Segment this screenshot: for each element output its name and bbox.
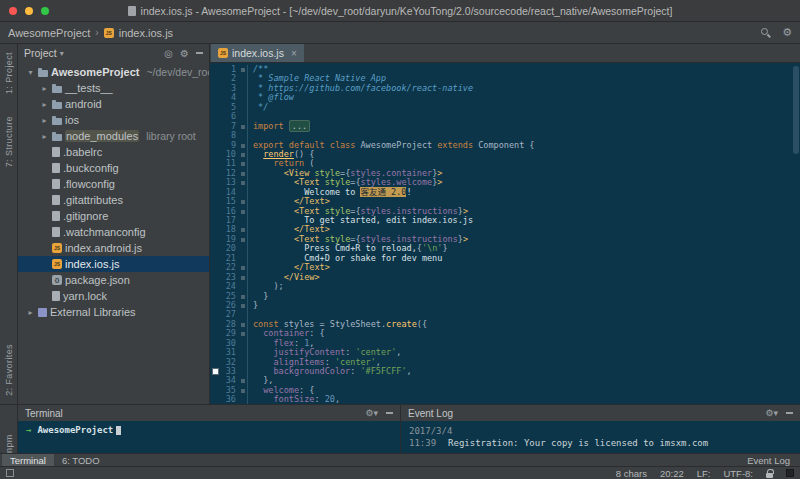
- editor-gutter[interactable]: 1: [210, 65, 248, 74]
- search-icon[interactable]: [761, 28, 771, 38]
- gear-icon[interactable]: ⚙▾: [365, 408, 378, 418]
- expand-caret-icon[interactable]: ▸: [40, 116, 49, 125]
- fold-marker-icon[interactable]: [239, 263, 248, 272]
- expand-caret-icon[interactable]: ▸: [40, 100, 49, 109]
- document-icon: [128, 6, 136, 16]
- fold-marker-icon[interactable]: [239, 225, 248, 234]
- editor-gutter[interactable]: 4: [210, 93, 248, 102]
- hide-panel-icon[interactable]: [786, 412, 793, 414]
- fold-marker-icon[interactable]: [239, 150, 248, 159]
- color-preview-swatch[interactable]: [212, 368, 219, 375]
- tab-index-ios-js[interactable]: JS index.ios.js ×: [211, 44, 304, 62]
- fold-marker-icon[interactable]: [239, 235, 248, 244]
- caret-position[interactable]: 20:22: [660, 468, 684, 479]
- fold-marker-icon[interactable]: [239, 197, 248, 206]
- tree-item-external-libraries[interactable]: ▸ External Libraries: [18, 304, 209, 320]
- fold-marker-icon[interactable]: [239, 292, 248, 301]
- fold-marker-icon[interactable]: [239, 159, 248, 168]
- event-log-button-label: Event Log: [747, 455, 790, 466]
- editor-gutter[interactable]: 2: [210, 74, 248, 83]
- editor-column: JS index.ios.js × 1/**2 * Sample React N…: [210, 44, 800, 404]
- fold-column: [239, 112, 248, 121]
- editor-gutter[interactable]: 8: [210, 131, 248, 140]
- event-log-message[interactable]: Registration: Your copy is licensed to i…: [448, 437, 708, 449]
- fold-marker-icon[interactable]: [239, 320, 248, 329]
- fold-marker-icon[interactable]: [239, 169, 248, 178]
- editor-gutter[interactable]: 36: [210, 395, 248, 404]
- fold-marker-icon[interactable]: [239, 329, 248, 338]
- project-panel-header: Project ▾ ◎ ⚙: [18, 44, 209, 62]
- gear-icon[interactable]: ⚙▾: [765, 408, 778, 418]
- hide-panel-icon[interactable]: [386, 412, 393, 414]
- event-log-content[interactable]: 2017/3/4 11:39 Registration: Your copy i…: [401, 421, 800, 453]
- toolwindow-switcher-icon[interactable]: [6, 469, 14, 477]
- inspection-profile-icon[interactable]: [786, 469, 794, 477]
- expand-caret-icon[interactable]: ▸: [40, 132, 49, 141]
- toolwindow-button-structure[interactable]: 7: Structure: [4, 116, 14, 167]
- library-icon: [38, 308, 47, 317]
- editor-gutter[interactable]: 5: [210, 103, 248, 112]
- collapse-caret-icon[interactable]: ▾: [26, 68, 35, 77]
- gear-icon[interactable]: ⚙: [782, 27, 792, 38]
- hide-panel-icon[interactable]: [196, 52, 203, 54]
- close-tab-icon[interactable]: ×: [291, 48, 297, 59]
- fold-marker-icon[interactable]: [239, 141, 248, 150]
- tree-item-package.json[interactable]: {}package.json: [18, 272, 209, 288]
- ide-window: index.ios.js - AwesomeProject - [~/dev/d…: [0, 0, 800, 479]
- readonly-lock-icon[interactable]: [766, 469, 773, 478]
- fold-marker-icon[interactable]: [239, 376, 248, 385]
- tree-item-.flowconfig[interactable]: .flowconfig: [18, 176, 209, 192]
- breadcrumb-file[interactable]: index.ios.js: [119, 27, 173, 39]
- fold-column: [239, 84, 248, 93]
- tree-item-android[interactable]: ▸android: [18, 96, 209, 112]
- code-token: ,: [396, 347, 401, 357]
- toolwindow-button-event-log[interactable]: Event Log: [739, 454, 798, 466]
- code-token: fontSize: [253, 394, 314, 404]
- editor-gutter[interactable]: 6: [210, 112, 248, 121]
- toolwindow-button-todo[interactable]: 6: TODO: [54, 454, 108, 466]
- expand-caret-icon[interactable]: ▸: [40, 84, 49, 93]
- project-panel-title[interactable]: Project: [24, 47, 57, 59]
- toolwindow-button-project[interactable]: 1: Project: [4, 52, 14, 94]
- tree-item-.gitattributes[interactable]: .gitattributes: [18, 192, 209, 208]
- breadcrumb-separator-icon: ›: [95, 27, 98, 38]
- tree-item-index.android.js[interactable]: JSindex.android.js: [18, 240, 209, 256]
- terminal-output[interactable]: →AwesomeProject: [18, 421, 400, 453]
- tree-item-ios[interactable]: ▸ios: [18, 112, 209, 128]
- fold-marker-icon[interactable]: [239, 65, 248, 74]
- editor-scrollbar[interactable]: [793, 66, 799, 154]
- locate-file-icon[interactable]: ◎: [164, 48, 173, 59]
- status-bar-widgets: 8 chars 20:22 LF: UTF-8:: [616, 468, 794, 479]
- toolwindow-button-npm[interactable]: npm: [4, 409, 14, 453]
- tree-item-yarn.lock[interactable]: yarn.lock: [18, 288, 209, 304]
- fold-marker-icon[interactable]: [239, 122, 248, 131]
- tree-item-.watchmanconfig[interactable]: .watchmanconfig: [18, 224, 209, 240]
- tree-item-AwesomeProject-root[interactable]: ▾ AwesomeProject ~/dev/dev_root/daryun: [18, 64, 209, 80]
- minimize-window-button[interactable]: [25, 7, 33, 15]
- expand-caret-icon[interactable]: ▸: [26, 308, 35, 317]
- fold-marker-icon[interactable]: [239, 386, 248, 395]
- encoding-widget[interactable]: UTF-8:: [723, 468, 753, 479]
- fold-marker-icon[interactable]: [239, 273, 248, 282]
- fold-marker-icon[interactable]: [239, 207, 248, 216]
- fold-column: [239, 348, 248, 357]
- tree-item-index.ios.js[interactable]: JSindex.ios.js: [18, 256, 209, 272]
- gear-icon[interactable]: ⚙: [180, 48, 189, 59]
- fold-marker-icon[interactable]: [239, 301, 248, 310]
- tree-item-.babelrc[interactable]: .babelrc: [18, 144, 209, 160]
- fold-marker-icon[interactable]: [239, 178, 248, 187]
- tree-item-.buckconfig[interactable]: .buckconfig: [18, 160, 209, 176]
- chevron-down-icon[interactable]: ▾: [60, 49, 64, 58]
- code-editor[interactable]: 1/**2 * Sample React Native App3 * https…: [210, 63, 800, 404]
- tree-item-.gitignore[interactable]: .gitignore: [18, 208, 209, 224]
- editor-gutter[interactable]: 7: [210, 122, 248, 131]
- toolwindow-button-terminal[interactable]: Terminal: [2, 454, 54, 466]
- tree-item-node_modules[interactable]: ▸node_moduleslibrary root: [18, 128, 209, 144]
- editor-gutter[interactable]: 3: [210, 84, 248, 93]
- line-separator-widget[interactable]: LF:: [697, 468, 711, 479]
- close-window-button[interactable]: [9, 7, 17, 15]
- tree-item-__tests__[interactable]: ▸__tests__: [18, 80, 209, 96]
- toolwindow-button-favorites[interactable]: 2: Favorites: [4, 344, 14, 396]
- breadcrumb-project[interactable]: AwesomeProject: [8, 27, 90, 39]
- zoom-window-button[interactable]: [41, 7, 49, 15]
